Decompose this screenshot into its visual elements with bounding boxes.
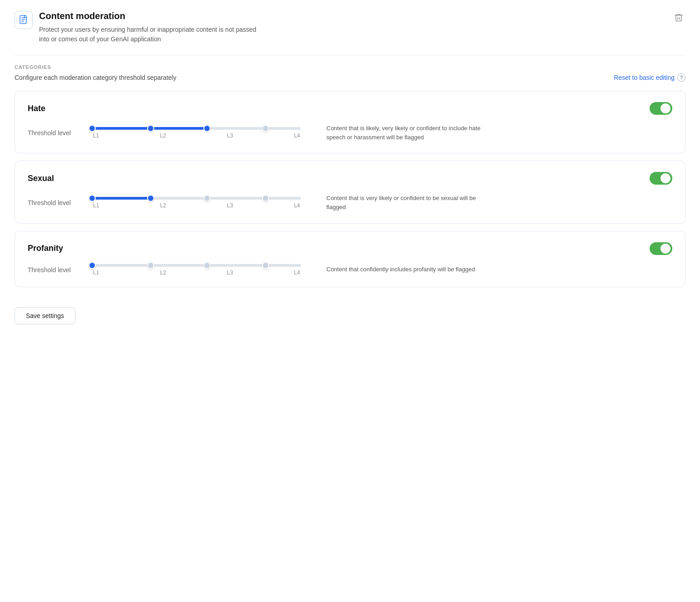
categories-header: Configure each moderation category thres… <box>15 73 685 82</box>
header-title-block: Content moderation Protect your users by… <box>39 11 266 44</box>
sexual-level-l2: L2 <box>160 202 166 209</box>
hate-level-l4: L4 <box>294 132 300 139</box>
profanity-description: Content that confidently includes profan… <box>326 265 475 274</box>
hate-slider-track <box>92 127 301 130</box>
hate-slider[interactable]: L1 L2 L3 L4 <box>92 127 301 139</box>
sexual-slider[interactable]: L1 L2 L3 L4 <box>92 197 301 209</box>
header-divider <box>15 55 685 55</box>
categories-description: Configure each moderation category thres… <box>15 74 176 81</box>
profanity-card: Profanity Threshold level L1 L2 L <box>15 231 685 287</box>
categories-label: CATEGORIES <box>15 64 685 70</box>
sexual-slider-dot-l1 <box>89 195 96 202</box>
profanity-slider-dot-l3 <box>203 262 211 269</box>
sexual-description: Content that is very likely or confident… <box>326 194 481 212</box>
hate-toggle-slider <box>650 102 672 115</box>
hate-level-l3: L3 <box>227 132 233 139</box>
sexual-card-header: Sexual <box>28 172 672 185</box>
sexual-toggle-slider <box>650 172 672 185</box>
hate-card: Hate Threshold level <box>15 91 685 153</box>
sexual-toggle[interactable] <box>650 172 672 185</box>
profanity-card-header: Profanity <box>28 242 672 255</box>
app-icon <box>15 11 33 29</box>
sexual-level-l1: L1 <box>93 202 99 209</box>
sexual-card: Sexual Threshold level L1 L2 L3 <box>15 161 685 223</box>
sexual-slider-dot-l3 <box>203 195 211 202</box>
sexual-slider-dot-l2 <box>147 195 154 202</box>
sexual-slider-fill <box>92 197 151 200</box>
sexual-level-l4: L4 <box>294 202 300 209</box>
hate-slider-dot-l1 <box>89 125 96 132</box>
sexual-level-l3: L3 <box>227 202 233 209</box>
reset-to-basic-editing-link[interactable]: Reset to basic editing ? <box>614 73 685 82</box>
hate-card-header: Hate <box>28 102 672 115</box>
hate-threshold-label: Threshold level <box>28 129 78 137</box>
profanity-slider-labels: L1 L2 L3 L4 <box>92 269 301 276</box>
hate-level-l2: L2 <box>160 132 166 139</box>
sexual-threshold-label: Threshold level <box>28 199 78 206</box>
page-title: Content moderation <box>39 11 266 21</box>
categories-section: CATEGORIES Configure each moderation cat… <box>15 64 685 324</box>
sexual-slider-labels: L1 L2 L3 L4 <box>92 202 301 209</box>
profanity-level-l1: L1 <box>93 269 99 276</box>
profanity-slider-dot-l2 <box>147 262 154 269</box>
profanity-level-l3: L3 <box>227 269 233 276</box>
hate-slider-dot-l2 <box>147 125 154 132</box>
trash-icon[interactable] <box>672 11 685 26</box>
profanity-level-l4: L4 <box>294 269 300 276</box>
profanity-slider[interactable]: L1 L2 L3 L4 <box>92 264 301 276</box>
hate-slider-dot-l4 <box>262 125 269 132</box>
profanity-title: Profanity <box>28 244 63 253</box>
reset-link-label: Reset to basic editing <box>614 74 675 81</box>
profanity-slider-track <box>92 264 301 267</box>
profanity-threshold-label: Threshold level <box>28 266 78 274</box>
page-description: Protect your users by ensuring harmful o… <box>39 25 266 44</box>
profanity-toggle[interactable] <box>650 242 672 255</box>
hate-description: Content that is likely, very likely or c… <box>326 124 481 142</box>
help-icon[interactable]: ? <box>677 73 685 82</box>
save-settings-button[interactable]: Save settings <box>15 307 75 324</box>
hate-toggle[interactable] <box>650 102 672 115</box>
hate-slider-labels: L1 L2 L3 L4 <box>92 132 301 139</box>
hate-threshold-row: Threshold level L1 L2 L3 L4 <box>28 124 672 142</box>
profanity-toggle-slider <box>650 242 672 255</box>
hate-slider-dot-l3 <box>203 125 211 132</box>
hate-level-l1: L1 <box>93 132 99 139</box>
hate-title: Hate <box>28 104 45 113</box>
header-left: Content moderation Protect your users by… <box>15 11 266 44</box>
sexual-threshold-row: Threshold level L1 L2 L3 L4 Content that… <box>28 194 672 212</box>
sexual-slider-dot-l4 <box>262 195 269 202</box>
profanity-threshold-row: Threshold level L1 L2 L3 L4 Content that… <box>28 264 672 276</box>
profanity-slider-dot-l4 <box>262 262 269 269</box>
sexual-title: Sexual <box>28 174 54 183</box>
profanity-slider-dot-l1 <box>89 262 96 269</box>
page-header: Content moderation Protect your users by… <box>15 11 685 44</box>
document-icon <box>18 15 29 25</box>
profanity-level-l2: L2 <box>160 269 166 276</box>
sexual-slider-track <box>92 197 301 200</box>
